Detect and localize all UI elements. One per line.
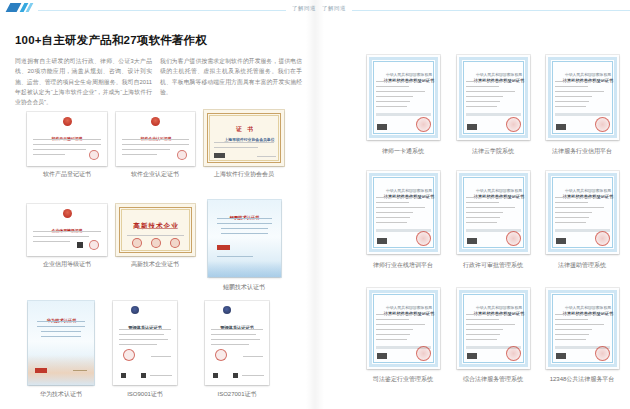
registration-stamp-icon bbox=[556, 238, 566, 244]
red-seal-icon bbox=[151, 238, 161, 248]
national-emblem-icon bbox=[63, 117, 72, 126]
red-seal-icon bbox=[416, 346, 431, 361]
national-emblem-icon bbox=[63, 209, 72, 218]
page-fold bbox=[306, 0, 324, 409]
red-seal-icon bbox=[132, 238, 142, 248]
certificate-caption: 上海软件行业协会会员 bbox=[189, 170, 299, 179]
certificate-caption: 高新技术企业证书 bbox=[105, 260, 205, 269]
header-rule-right bbox=[352, 10, 630, 11]
certificate-association-member: 证 书 上海市软件行业协会会员单位 bbox=[204, 110, 284, 166]
company-logo-icon bbox=[8, 3, 36, 13]
certificate-high-tech: 高新技术企业 bbox=[116, 204, 195, 256]
certification-body-emblem-icon bbox=[131, 306, 139, 314]
registration-stamp-icon bbox=[556, 353, 566, 359]
qr-code-icon bbox=[121, 373, 126, 378]
copyright-certificate: 中华人民共和国国家版权局 计算机软件著作权登记证书 bbox=[546, 55, 619, 140]
certificate-caption: 软件产品登记证书 bbox=[17, 170, 117, 179]
certificate-caption: ISO27001证书 bbox=[187, 390, 287, 399]
registration-stamp-icon bbox=[467, 238, 477, 244]
copyright-certificate: 中华人民共和国国家版权局 计算机软件著作权登记证书 bbox=[457, 288, 530, 369]
red-seal-icon bbox=[123, 349, 135, 361]
red-seal-icon bbox=[215, 349, 227, 361]
certificate-caption: 法律援助管理系统 bbox=[527, 261, 630, 270]
red-seal-icon bbox=[416, 117, 431, 132]
registration-stamp-icon bbox=[377, 353, 387, 359]
red-seal-icon bbox=[506, 231, 521, 246]
certificate-caption: 鲲鹏技术认证书 bbox=[194, 283, 294, 292]
copyright-certificate: 中华人民共和国国家版权局 计算机软件著作权登记证书 bbox=[367, 171, 440, 254]
certificate-title: 管理体系认证证书 bbox=[220, 325, 254, 331]
certificate-iso9001: 管理体系认证证书 bbox=[113, 301, 177, 385]
copyright-certificate: 中华人民共和国国家版权局 计算机软件著作权登记证书 bbox=[546, 288, 619, 369]
page-title: 100+自主研发产品和27项软件著作权 bbox=[15, 33, 207, 48]
intro-paragraph-left: 同道拥有自主研发的司法行政、律师、公证3大产品线、20项功能应用，涵盖从规划、咨… bbox=[15, 56, 152, 108]
registration-stamp-icon bbox=[377, 124, 387, 130]
certificate-title: 管理体系认证证书 bbox=[128, 325, 162, 331]
red-seal-icon bbox=[506, 346, 521, 361]
intro-paragraph-right: 我们为客户提供按需求定制软件的开发服务，提供电信级的主机托管、虚拟主机及系统托管… bbox=[160, 56, 302, 97]
header-rule-left bbox=[38, 10, 286, 11]
qr-code-icon bbox=[141, 373, 146, 378]
section-label-right: 了解同道 bbox=[322, 5, 346, 12]
certificate-caption: 企业信用等级证书 bbox=[17, 260, 117, 269]
national-emblem-icon bbox=[151, 117, 160, 126]
red-seal-icon bbox=[89, 240, 99, 250]
copyright-certificate: 中华人民共和国国家版权局 计算机软件著作权登记证书 bbox=[457, 55, 530, 140]
copyright-certificate: 中华人民共和国国家版权局 计算机软件著作权登记证书 bbox=[367, 55, 440, 140]
copyright-certificate: 中华人民共和国国家版权局 计算机软件著作权登记证书 bbox=[457, 171, 530, 254]
certificate-credit-rating: 企业信用等级证书 bbox=[27, 204, 107, 256]
certificate-artwork bbox=[208, 261, 281, 277]
red-seal-icon bbox=[416, 231, 431, 246]
qr-code-icon bbox=[233, 373, 238, 378]
registration-stamp-icon bbox=[377, 238, 387, 244]
registration-stamp-icon bbox=[556, 124, 566, 130]
red-seal-icon bbox=[506, 117, 521, 132]
certificate-huawei: 华为技术认证书 bbox=[28, 301, 94, 385]
certificate-software-enterprise: 软件企业认定证书 bbox=[116, 112, 195, 166]
certificate-iso27001: 管理体系认证证书 bbox=[205, 301, 269, 385]
copyright-certificate: 中华人民共和国国家版权局 计算机软件著作权登记证书 bbox=[367, 288, 440, 369]
certificate-caption: ISO9001证书 bbox=[95, 390, 195, 399]
certificate-kunpeng: 鲲鹏技术认证书 bbox=[208, 200, 281, 277]
red-seal-icon bbox=[89, 150, 99, 160]
red-seal-icon bbox=[595, 231, 610, 246]
registration-stamp-icon bbox=[467, 124, 477, 130]
dark-stamp-icon bbox=[214, 153, 225, 158]
red-seal-icon bbox=[170, 238, 180, 248]
certificate-caption: 12348公共法律服务平台 bbox=[527, 375, 630, 384]
red-seal-icon bbox=[177, 150, 187, 160]
certificate-caption: 法律服务行业信用平台 bbox=[527, 147, 630, 156]
red-stamp-icon bbox=[35, 368, 47, 373]
brochure-spread: 了解同道 了解同道 100+自主研发产品和27项软件著作权 同道拥有自主研发的司… bbox=[0, 0, 630, 409]
red-seal-icon bbox=[595, 346, 610, 361]
qr-code-icon bbox=[213, 373, 218, 378]
dark-stamp-icon bbox=[77, 242, 83, 248]
certificate-title: 高新技术企业 bbox=[133, 221, 179, 231]
red-seal-icon bbox=[595, 117, 610, 132]
registration-stamp-icon bbox=[467, 353, 477, 359]
copyright-certificate: 中华人民共和国国家版权局 计算机软件著作权登记证书 bbox=[546, 171, 619, 254]
certificate-software-product: 软件产品登记证书 bbox=[27, 112, 107, 166]
red-stamp-icon bbox=[217, 245, 230, 250]
certification-body-emblem-icon bbox=[223, 306, 231, 314]
